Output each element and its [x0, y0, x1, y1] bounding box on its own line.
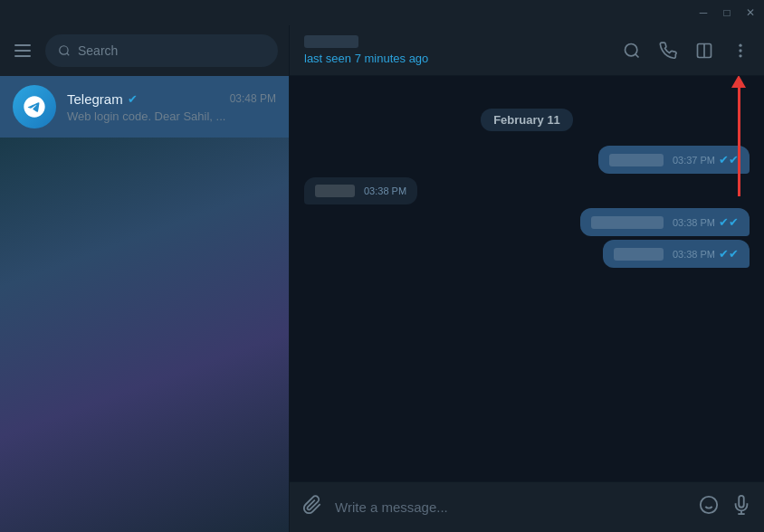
date-separator: February 11 — [304, 109, 750, 131]
search-header-button[interactable] — [623, 42, 641, 60]
chat-header-name-placeholder — [304, 35, 358, 48]
svg-line-1 — [67, 53, 70, 56]
svg-line-3 — [635, 53, 639, 57]
hamburger-button[interactable] — [11, 41, 34, 61]
message-time: 03:38 PM — [673, 249, 715, 260]
verified-icon: ✔ — [128, 92, 138, 106]
maximize-button[interactable]: □ — [721, 6, 733, 19]
contact-name: Telegram — [67, 91, 123, 107]
layout-button[interactable] — [695, 42, 713, 60]
bubble-content — [315, 185, 355, 197]
message-bubble: 03:38 PM ✔✔ — [603, 240, 750, 268]
bubble-content — [609, 154, 664, 166]
read-icon: ✔✔ — [719, 247, 739, 261]
chat-preview: Web login code. Dear Sahil, ... — [67, 109, 276, 123]
message-row: 03:38 PM ✔✔ — [304, 208, 750, 236]
minimize-button[interactable]: ─ — [697, 6, 710, 19]
gradient-area — [0, 138, 289, 532]
chat-header-info: last seen 7 minutes ago — [304, 35, 623, 65]
date-badge: February 11 — [481, 109, 573, 131]
header-actions — [623, 42, 750, 60]
bubble-meta: 03:38 PM ✔✔ — [673, 215, 739, 229]
close-button[interactable]: ✕ — [744, 6, 757, 19]
svg-point-8 — [739, 54, 741, 57]
bubble-meta: 03:37 PM ✔✔ — [673, 153, 739, 166]
messages-area[interactable]: February 11 03:37 PM ✔✔ 03:38 PM — [290, 76, 764, 481]
message-bubble: 03:38 PM — [304, 177, 417, 204]
avatar — [13, 85, 56, 128]
bubble-meta: 03:38 PM ✔✔ — [673, 247, 739, 261]
message-time: 03:38 PM — [673, 217, 715, 228]
bubble-content — [591, 216, 664, 229]
microphone-button[interactable] — [731, 495, 751, 519]
chat-header-status: last seen 7 minutes ago — [304, 52, 623, 65]
sidebar-header — [0, 25, 289, 76]
read-icon: ✔✔ — [719, 215, 739, 229]
sidebar: Telegram ✔ 03:48 PM Web login code. Dear… — [0, 25, 290, 532]
read-icon: ✔✔ — [719, 153, 739, 166]
search-box[interactable] — [45, 34, 278, 67]
message-row: 03:37 PM ✔✔ — [304, 146, 750, 174]
message-time: 03:37 PM — [673, 155, 715, 166]
search-input[interactable] — [78, 43, 265, 58]
bubble-content — [614, 248, 664, 261]
attachment-button[interactable] — [302, 495, 322, 519]
emoji-button[interactable] — [699, 495, 719, 519]
bubble-meta: 03:38 PM — [364, 185, 406, 196]
main-layout: Telegram ✔ 03:48 PM Web login code. Dear… — [0, 25, 764, 532]
search-icon — [58, 44, 71, 57]
svg-point-0 — [60, 46, 68, 54]
message-input-area — [290, 481, 764, 532]
svg-point-7 — [739, 49, 741, 52]
chat-area: last seen 7 minutes ago — [290, 25, 764, 532]
more-options-button[interactable] — [731, 42, 750, 60]
message-input[interactable] — [335, 499, 686, 515]
arrow-head — [731, 76, 746, 88]
svg-point-6 — [739, 43, 741, 46]
message-bubble: 03:38 PM ✔✔ — [580, 208, 750, 236]
chat-list-item[interactable]: Telegram ✔ 03:48 PM Web login code. Dear… — [0, 76, 289, 138]
chat-time: 03:48 PM — [230, 92, 276, 105]
chat-header: last seen 7 minutes ago — [290, 25, 764, 76]
message-row: 03:38 PM ✔✔ — [304, 240, 750, 268]
message-bubble: 03:37 PM ✔✔ — [598, 146, 750, 174]
svg-point-2 — [626, 43, 637, 55]
svg-point-9 — [701, 497, 717, 513]
message-row: 03:38 PM — [304, 177, 750, 204]
call-button[interactable] — [659, 42, 677, 60]
chat-info: Telegram ✔ 03:48 PM Web login code. Dear… — [67, 91, 276, 123]
message-time: 03:38 PM — [364, 185, 406, 196]
titlebar: ─ □ ✕ — [0, 0, 764, 25]
